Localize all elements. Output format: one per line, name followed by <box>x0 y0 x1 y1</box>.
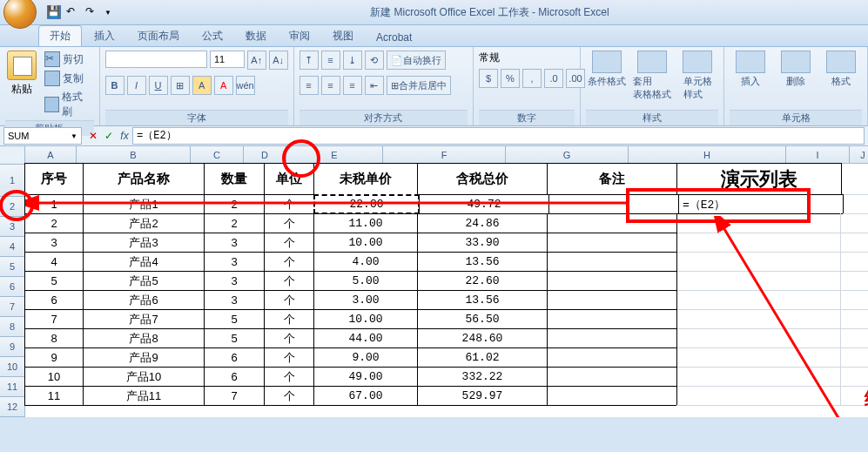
cell-F4[interactable]: 33.90 <box>417 233 548 253</box>
tab-acrobat[interactable]: Acrobat <box>366 29 422 46</box>
cell-D2[interactable]: 个 <box>264 194 314 214</box>
cell-A9[interactable]: 8 <box>24 328 84 348</box>
col-header-F[interactable]: F <box>383 146 506 164</box>
cell-F9[interactable]: 248.60 <box>417 328 548 348</box>
row-header-11[interactable]: 11 <box>0 377 25 397</box>
fill-color-button[interactable]: A <box>192 76 212 95</box>
cell-B12[interactable]: 产品11 <box>83 386 205 406</box>
cell-G8[interactable] <box>547 309 677 329</box>
header-cell-F[interactable]: 含税总价 <box>417 163 548 195</box>
cell-H5[interactable] <box>676 252 841 272</box>
cell-I2[interactable] <box>843 194 868 214</box>
row-header-8[interactable]: 8 <box>0 317 25 337</box>
cell-D4[interactable]: 个 <box>264 233 314 253</box>
cell-I7[interactable] <box>840 290 868 310</box>
cell-I8[interactable] <box>840 309 868 329</box>
cell-G3[interactable] <box>547 213 677 233</box>
enter-formula-button[interactable]: ✓ <box>101 130 117 142</box>
row-header-7[interactable]: 7 <box>0 297 25 317</box>
cell-G5[interactable] <box>547 252 677 272</box>
percent-button[interactable]: % <box>501 69 520 88</box>
cell-F8[interactable]: 56.50 <box>417 309 548 329</box>
border-button[interactable]: ⊞ <box>171 76 190 95</box>
cell-D11[interactable]: 个 <box>264 367 314 387</box>
cell-E10[interactable]: 9.00 <box>313 347 418 368</box>
table-format-button[interactable]: 套用 表格格式 <box>631 51 673 101</box>
cell-I9[interactable] <box>840 328 868 348</box>
cell-styles-button[interactable]: 单元格 样式 <box>676 51 718 101</box>
cell-D9[interactable]: 个 <box>264 328 314 348</box>
cell-C9[interactable]: 5 <box>204 328 265 348</box>
cell-C8[interactable]: 5 <box>204 309 265 329</box>
paste-button[interactable]: 粘贴 <box>5 51 39 97</box>
font-size-combo[interactable]: 11 <box>210 51 245 68</box>
cell-G6[interactable] <box>547 271 677 291</box>
bold-button[interactable]: B <box>105 76 124 95</box>
cell-A7[interactable]: 6 <box>24 290 84 310</box>
cell-H7[interactable] <box>676 290 841 310</box>
cell-H2[interactable]: =（E2） <box>678 194 844 214</box>
cell-B7[interactable]: 产品6 <box>83 290 205 310</box>
cell-C5[interactable]: 3 <box>204 252 265 272</box>
cell-B3[interactable]: 产品2 <box>83 213 205 233</box>
cell-I10[interactable] <box>840 347 868 368</box>
cell-B9[interactable]: 产品8 <box>83 328 205 348</box>
align-middle-button[interactable]: ≡ <box>321 51 340 70</box>
cell-B2[interactable]: 产品1 <box>83 194 205 214</box>
col-header-D[interactable]: D <box>244 146 286 164</box>
cell-D10[interactable]: 个 <box>264 347 314 368</box>
cell-E12[interactable]: 67.00 <box>313 386 418 406</box>
row-header-3[interactable]: 3 <box>0 217 25 237</box>
cell-E4[interactable]: 10.00 <box>313 233 418 253</box>
row-header-2[interactable]: 2 <box>0 197 25 217</box>
cell-D6[interactable]: 个 <box>264 271 314 291</box>
cell-F12[interactable]: 529.97 <box>417 386 548 406</box>
cell-E5[interactable]: 4.00 <box>313 252 418 272</box>
cell-G9[interactable] <box>547 328 677 348</box>
cancel-formula-button[interactable]: ✕ <box>85 130 101 142</box>
cell-H4[interactable] <box>676 233 841 253</box>
cell-A12[interactable]: 11 <box>24 386 84 406</box>
tab-pagelayout[interactable]: 页面布局 <box>127 26 190 46</box>
cell-G12[interactable] <box>547 386 677 406</box>
cell-A10[interactable]: 9 <box>24 347 84 368</box>
cell-D3[interactable]: 个 <box>264 213 314 233</box>
row-header-1[interactable]: 1 <box>0 165 25 197</box>
row-header-4[interactable]: 4 <box>0 237 25 257</box>
row-header-5[interactable]: 5 <box>0 257 25 277</box>
conditional-format-button[interactable]: 条件格式 <box>586 51 628 88</box>
comma-button[interactable]: , <box>522 69 542 88</box>
cell-A4[interactable]: 3 <box>24 233 84 253</box>
cell-A3[interactable]: 2 <box>24 213 84 233</box>
cell-F5[interactable]: 13.56 <box>417 252 548 272</box>
cell-C3[interactable]: 2 <box>204 213 265 233</box>
col-header-A[interactable]: A <box>25 146 77 164</box>
number-format-combo[interactable]: 常规 <box>479 51 557 65</box>
name-box[interactable]: SUM▼ <box>3 127 82 145</box>
cell-F2[interactable]: 49.72 <box>419 194 549 214</box>
qat-dropdown-icon[interactable]: ▼ <box>104 9 111 17</box>
cell-A2[interactable]: 1 <box>24 194 84 214</box>
fx-button[interactable]: fx <box>117 130 132 142</box>
cell-I6[interactable] <box>840 271 868 291</box>
cell-F3[interactable]: 24.86 <box>417 213 548 233</box>
cell-F6[interactable]: 22.60 <box>417 271 548 291</box>
cell-F7[interactable]: 13.56 <box>417 290 548 310</box>
header-cell-E[interactable]: 未税单价 <box>313 163 418 195</box>
orientation-button[interactable]: ⟲ <box>365 51 384 70</box>
align-bottom-button[interactable]: ⤓ <box>343 51 362 70</box>
cell-B8[interactable]: 产品7 <box>83 309 205 329</box>
cell-E8[interactable]: 10.00 <box>313 309 418 329</box>
tab-view[interactable]: 视图 <box>322 26 364 46</box>
tab-formulas[interactable]: 公式 <box>192 26 233 46</box>
cell-H12[interactable] <box>676 386 841 406</box>
row-header-12[interactable]: 12 <box>0 397 25 417</box>
row-header-9[interactable]: 9 <box>0 337 25 357</box>
merge-center-button[interactable]: ⊞合并后居中 <box>387 76 451 95</box>
cell-A8[interactable]: 7 <box>24 309 84 329</box>
cell-B4[interactable]: 产品3 <box>83 233 205 253</box>
cell-B6[interactable]: 产品5 <box>83 271 205 291</box>
redo-icon[interactable]: ↷ <box>85 5 99 19</box>
col-header-E[interactable]: E <box>286 146 383 164</box>
underline-button[interactable]: U <box>149 76 168 95</box>
